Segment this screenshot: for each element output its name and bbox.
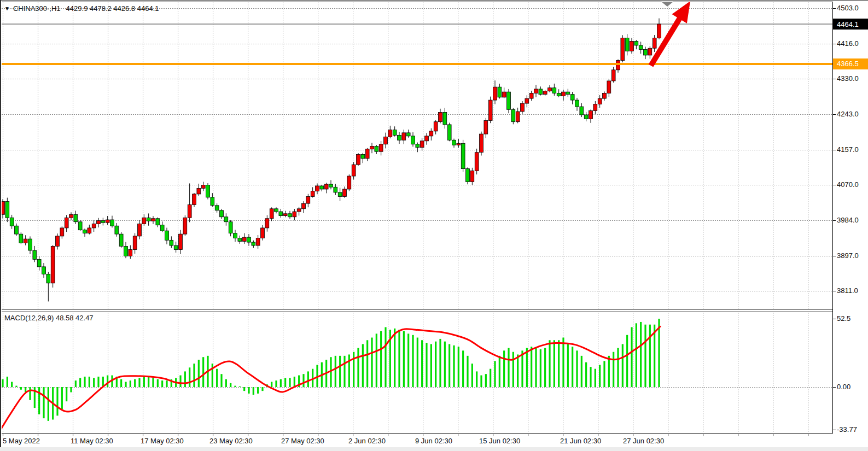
chart-title: ▼ CHINA300-,H1 4429.9 4478.2 4426.8 4464… [4, 4, 159, 13]
price-axis-label: 3897.0 [837, 251, 859, 260]
macd-axis-label: -33.77 [837, 425, 857, 434]
time-axis-label: 27 May 02:30 [281, 437, 324, 445]
macd-axis-label: 0.00 [837, 383, 850, 391]
time-axis-label: 17 May 02:30 [141, 437, 184, 445]
current-price-tag: 4464.1 [833, 19, 868, 30]
price-axis-label: 4070.0 [837, 180, 859, 189]
symbol-dropdown-icon[interactable]: ▼ [4, 5, 10, 11]
trend-arrow [649, 1, 690, 67]
symbol-timeframe-label: CHINA300-,H1 [13, 4, 61, 13]
time-axis-label: 27 Jun 02:30 [623, 437, 664, 445]
price-axis-label: 3811.0 [837, 286, 858, 295]
time-axis-label: 11 May 02:30 [71, 437, 113, 445]
macd-axis-label: 52.5 [837, 314, 850, 323]
time-axis-label: 9 Jun 02:30 [415, 437, 452, 445]
price-axis-label: 4157.0 [837, 145, 859, 154]
price-axis-label: 4503.0 [837, 4, 859, 12]
time-axis-label: 15 Jun 02:30 [479, 437, 520, 445]
chart-shift-marker-icon [661, 2, 673, 7]
time-axis-label: 5 May 2022 [3, 437, 40, 445]
price-axis-label: 4243.0 [837, 110, 859, 118]
ohlc-readout: 4429.9 4478.2 4426.8 4464.1 [66, 4, 159, 13]
chart-canvas[interactable] [0, 0, 868, 451]
time-axis-label: 23 May 02:30 [209, 437, 253, 445]
price-axis-label: 3984.0 [837, 216, 859, 224]
macd-indicator-label: MACD(12,26,9) 48.58 42.47 [4, 314, 94, 322]
price-axis-label: 4330.0 [837, 74, 859, 83]
time-axis-label: 2 Jun 02:30 [348, 437, 386, 445]
time-axis-label: 21 Jun 02:30 [560, 437, 601, 445]
chart-window[interactable]: ▼ CHINA300-,H1 4429.9 4478.2 4426.8 4464… [0, 0, 868, 451]
panel-divider[interactable] [0, 308, 832, 313]
hline-price-tag: 4366.5 [833, 58, 868, 69]
price-axis-label: 4416.0 [837, 39, 859, 48]
